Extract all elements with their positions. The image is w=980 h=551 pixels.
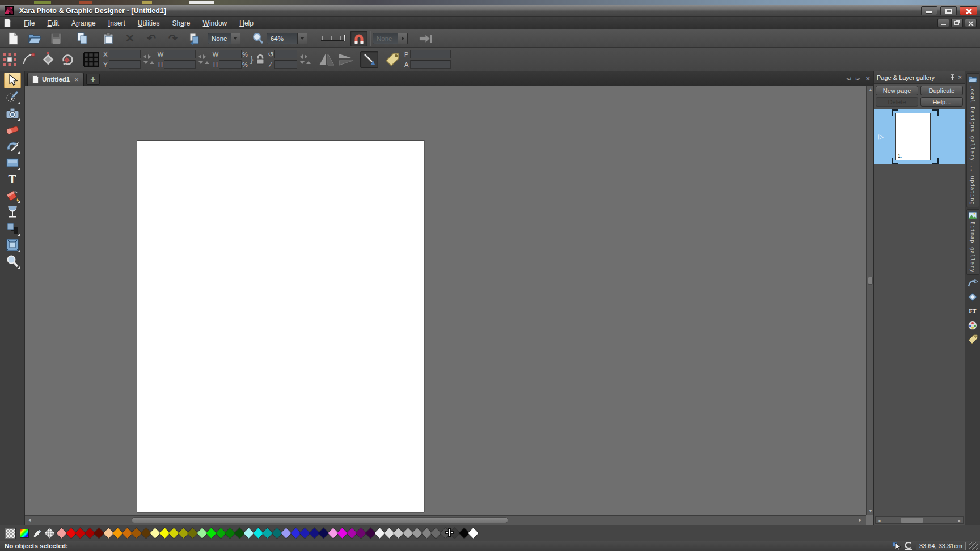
page-thumbnail[interactable]: 1. (895, 113, 931, 160)
mdi-minimize-button[interactable] (937, 19, 949, 27)
save-button[interactable] (48, 31, 65, 46)
eyedropper-icon[interactable] (33, 529, 42, 538)
line-width-select[interactable]: None (208, 33, 240, 44)
horizontal-scrollbar-thumb[interactable] (132, 517, 508, 523)
color-swatch[interactable] (112, 528, 122, 538)
skew-field[interactable] (274, 60, 297, 69)
color-swatch[interactable] (75, 528, 85, 538)
flip-horizontal-button[interactable] (317, 51, 336, 68)
color-swatch[interactable] (430, 528, 441, 538)
copy-button[interactable] (74, 31, 91, 46)
shadow-tool[interactable] (4, 221, 21, 236)
rotate-field[interactable] (274, 50, 297, 58)
color-swatch[interactable] (225, 528, 235, 538)
scroll-up-icon[interactable]: ▲ (868, 88, 873, 92)
horizontal-scrollbar[interactable]: ◄ ► (25, 515, 866, 525)
rotate-spinners[interactable] (300, 54, 311, 64)
fonts-gallery-icon[interactable]: FT (966, 305, 979, 317)
height-pct-field[interactable] (219, 60, 242, 69)
help-button[interactable]: Help... (920, 97, 963, 107)
width-field[interactable] (164, 50, 196, 58)
color-swatch[interactable] (187, 528, 197, 538)
maximize-button[interactable] (940, 6, 957, 15)
fill-tool[interactable] (4, 188, 21, 204)
vertical-scrollbar[interactable]: ▲ ▼ (866, 86, 873, 515)
canvas[interactable]: ▲ ▼ ◄ ► (25, 86, 873, 525)
new-document-button[interactable] (5, 31, 22, 46)
menu-share[interactable]: Share (166, 18, 197, 28)
tab-scroll-right-icon[interactable]: ▻ (856, 75, 860, 82)
color-swatch[interactable] (56, 528, 66, 538)
minimize-button[interactable] (921, 6, 937, 15)
delete-button-panel[interactable]: Delete (876, 97, 918, 107)
no-color-swatch[interactable] (5, 528, 16, 539)
color-swatch[interactable] (206, 528, 216, 538)
paste-in-place-button[interactable] (186, 31, 203, 46)
fill-handle-icon[interactable] (39, 49, 58, 70)
x-field[interactable] (109, 50, 141, 58)
xy-spinners[interactable] (143, 54, 154, 64)
mdi-close-button[interactable] (965, 19, 977, 27)
panel-horizontal-scrollbar[interactable]: ◄ ► (875, 516, 964, 524)
page-list-item-selected[interactable]: ▷ 1. (874, 109, 965, 164)
zoom-level-select[interactable]: 64% (267, 33, 307, 44)
feather-slider[interactable] (321, 35, 346, 43)
selection-marquee-icon[interactable] (0, 49, 19, 70)
resize-grip[interactable] (969, 542, 978, 550)
color-swatch[interactable] (412, 528, 422, 538)
menu-file[interactable]: File (18, 18, 41, 28)
delete-button[interactable]: ✕ (121, 31, 138, 46)
undo-button[interactable]: ↶ (143, 31, 160, 46)
menu-utilities[interactable]: Utilities (132, 18, 166, 28)
fill-gallery-icon[interactable] (966, 291, 979, 303)
vertical-scrollbar-thumb[interactable] (868, 277, 873, 285)
photo-tool[interactable] (4, 105, 21, 121)
pin-icon[interactable] (950, 74, 955, 80)
line-gallery-icon[interactable] (966, 277, 979, 289)
width-pct-field[interactable] (219, 50, 242, 58)
panel-scrollbar-thumb[interactable] (901, 518, 923, 523)
menu-help[interactable]: Help (233, 18, 260, 28)
shape-editor-tool[interactable] (4, 138, 21, 154)
color-swatch[interactable] (337, 528, 347, 538)
menu-window[interactable]: Window (197, 18, 234, 28)
document-page[interactable] (137, 140, 424, 512)
color-swatch[interactable] (281, 528, 291, 538)
flip-vertical-button[interactable] (336, 51, 356, 68)
y-field[interactable] (109, 60, 141, 69)
color-swatch[interactable] (262, 528, 272, 538)
height-field[interactable] (164, 60, 196, 69)
zoom-tool[interactable] (4, 253, 21, 269)
color-swatch[interactable] (243, 528, 254, 538)
local-designs-gallery-tab[interactable]: Local Designs gallery... updating (966, 73, 979, 207)
none-color-diamond[interactable] (44, 528, 54, 538)
freehand-brush-tool[interactable] (4, 89, 21, 105)
tab-untitled1[interactable]: Untitled1 × (27, 73, 84, 86)
color-swatch[interactable] (150, 528, 160, 538)
scroll-down-icon[interactable]: ▼ (868, 509, 873, 514)
grid-table-icon[interactable] (82, 49, 101, 70)
expander-icon[interactable]: ▷ (878, 133, 884, 141)
color-gallery-icon[interactable] (966, 319, 979, 332)
eraser-tool[interactable] (4, 122, 21, 138)
menu-arrange[interactable]: Arrange (65, 18, 102, 28)
tab-scroll-left-icon[interactable]: ◅ (846, 75, 850, 82)
menu-insert[interactable]: Insert (102, 18, 132, 28)
color-swatch[interactable] (374, 528, 385, 538)
menu-edit[interactable]: Edit (41, 18, 65, 28)
zoom-tool-icon[interactable] (250, 31, 267, 46)
new-page-button[interactable]: New page (876, 86, 918, 95)
snap-to-objects-button[interactable] (350, 31, 368, 46)
open-folder-button[interactable] (26, 31, 43, 46)
transparency-tool[interactable] (4, 204, 21, 220)
color-swatch[interactable] (94, 528, 104, 538)
rotate-center-icon[interactable] (58, 49, 77, 70)
scroll-left-icon[interactable]: ◄ (27, 518, 32, 523)
color-swatch[interactable] (468, 528, 478, 538)
lock-aspect-icon[interactable] (254, 49, 267, 70)
color-swatch[interactable] (299, 528, 310, 538)
color-swatch[interactable] (168, 528, 179, 538)
a-field[interactable] (410, 60, 451, 69)
show-bounds-button[interactable] (360, 51, 378, 68)
scroll-right-icon[interactable]: ► (858, 518, 863, 523)
